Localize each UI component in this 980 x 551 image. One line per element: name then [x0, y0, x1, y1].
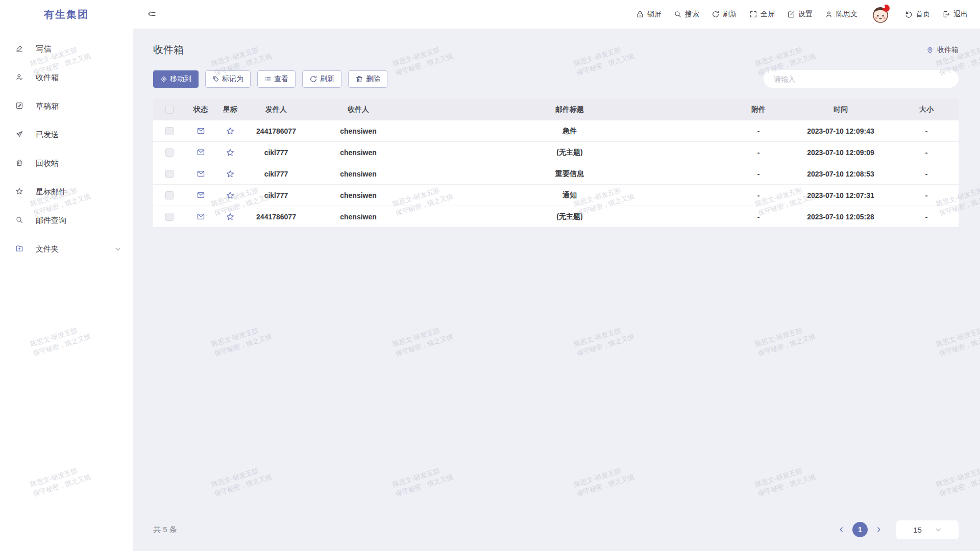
- total-count: 共 5 条: [153, 525, 177, 535]
- row-checkbox[interactable]: [165, 127, 174, 135]
- size-cell: -: [925, 191, 928, 199]
- table-row[interactable]: cikl777chensiwen通知-2023-07-10 12:07:31-: [153, 185, 959, 206]
- mark-as-button[interactable]: 标记为: [205, 70, 251, 88]
- page-title: 收件箱: [153, 43, 184, 57]
- subject-cell[interactable]: 通知: [562, 191, 577, 200]
- sidebar-item-label: 已发送: [36, 130, 121, 140]
- search-input[interactable]: [764, 70, 959, 88]
- attachment-cell: -: [757, 191, 760, 199]
- header-select-all: [153, 106, 186, 114]
- time-cell: 2023-07-10 12:08:53: [807, 170, 874, 178]
- size-cell: -: [925, 213, 928, 221]
- sidebar-item-trash[interactable]: 回收站: [0, 149, 133, 178]
- button-label: 删除: [366, 74, 380, 84]
- column-header: 收件人: [307, 105, 409, 114]
- subject-cell[interactable]: (无主题): [556, 148, 582, 157]
- select-all-checkbox[interactable]: [165, 106, 174, 114]
- prev-page-icon[interactable]: [836, 524, 847, 535]
- toolbar: 移动到标记为查看刷新删除: [153, 70, 959, 88]
- topbar-search-item[interactable]: 搜索: [674, 10, 699, 19]
- sidebar-item-folder-plus[interactable]: 文件夹: [0, 235, 133, 263]
- main-content: 收件箱 收件箱 移动到标记为查看刷新删除 状态星标发件人收件人邮件标题附件时间大…: [133, 29, 980, 551]
- sidebar-item-inbox-user[interactable]: 收件箱: [0, 63, 133, 92]
- column-header: 发件人: [245, 105, 307, 114]
- sender-cell: 2441786077: [256, 127, 296, 135]
- next-page-icon[interactable]: [873, 524, 884, 535]
- refresh-button[interactable]: 刷新: [302, 70, 341, 88]
- topbar-undo-item[interactable]: 首页: [904, 10, 930, 19]
- topbar-user-item[interactable]: 陈思文: [825, 10, 857, 19]
- page-size-select[interactable]: 15: [896, 520, 959, 539]
- button-label: 标记为: [222, 74, 243, 84]
- table-row[interactable]: 2441786077chensiwen急件-2023-07-10 12:09:4…: [153, 120, 959, 142]
- attachment-cell: -: [757, 127, 760, 135]
- sidebar-item-label: 草稿箱: [36, 102, 121, 111]
- time-cell: 2023-07-10 12:07:31: [807, 191, 874, 199]
- size-cell: -: [925, 127, 928, 135]
- view-button[interactable]: 查看: [257, 70, 296, 88]
- star-toggle-icon[interactable]: [226, 191, 235, 200]
- mail-status-icon[interactable]: [197, 169, 205, 178]
- sender-cell: cikl777: [264, 170, 288, 178]
- trash-icon: [15, 159, 24, 168]
- table-row[interactable]: 2441786077chensiwen(无主题)-2023-07-10 12:0…: [153, 206, 959, 228]
- topbar-refresh-item[interactable]: 刷新: [712, 10, 737, 19]
- topbar-actions: 锁屏搜索刷新全屏设置陈思文首页退出: [636, 2, 980, 27]
- star-toggle-icon[interactable]: [226, 148, 235, 157]
- sidebar-item-send[interactable]: 已发送: [0, 120, 133, 149]
- list-icon: [264, 76, 272, 83]
- table-row[interactable]: cikl777chensiwen(无主题)-2023-07-10 12:09:0…: [153, 142, 959, 163]
- subject-cell[interactable]: 急件: [562, 127, 577, 136]
- topbar-lock-item[interactable]: 锁屏: [636, 10, 662, 19]
- sidebar-item-search[interactable]: 邮件查询: [0, 206, 133, 235]
- move-to-button[interactable]: 移动到: [153, 70, 199, 88]
- time-cell: 2023-07-10 12:09:43: [807, 127, 874, 135]
- recipient-cell: chensiwen: [340, 170, 377, 178]
- mail-status-icon[interactable]: [197, 148, 205, 157]
- table-row[interactable]: cikl777chensiwen重要信息-2023-07-10 12:08:53…: [153, 163, 959, 185]
- edit-square-icon: [787, 10, 795, 18]
- row-checkbox[interactable]: [165, 170, 174, 178]
- topbar-item-label: 陈思文: [836, 10, 857, 19]
- attachment-cell: -: [757, 148, 760, 157]
- row-checkbox[interactable]: [165, 148, 174, 157]
- sidebar-item-label: 回收站: [36, 159, 121, 168]
- sidebar-collapse-icon[interactable]: [147, 10, 156, 19]
- topbar-fullscreen-item[interactable]: 全屏: [749, 10, 775, 19]
- mail-status-icon[interactable]: [197, 212, 205, 221]
- recipient-cell: chensiwen: [340, 213, 377, 221]
- user-avatar[interactable]: [870, 2, 892, 27]
- pencil-icon: [15, 44, 24, 54]
- mail-status-icon[interactable]: [197, 127, 205, 135]
- star-toggle-icon[interactable]: [226, 169, 235, 179]
- sidebar-item-draft[interactable]: 草稿箱: [0, 92, 133, 120]
- recipient-cell: chensiwen: [340, 148, 377, 157]
- fullscreen-icon: [749, 10, 757, 18]
- draft-icon: [15, 102, 24, 111]
- undo-icon: [904, 10, 913, 18]
- size-cell: -: [925, 170, 928, 178]
- sidebar-item-pencil[interactable]: 写信: [0, 35, 133, 63]
- sidebar-item-star[interactable]: 星标邮件: [0, 178, 133, 206]
- topbar-logout-item[interactable]: 退出: [942, 10, 968, 19]
- row-checkbox[interactable]: [165, 213, 174, 221]
- row-checkbox[interactable]: [165, 191, 174, 199]
- topbar-item-label: 刷新: [723, 10, 737, 19]
- sidebar-item-label: 邮件查询: [36, 216, 121, 226]
- star-toggle-icon[interactable]: [226, 127, 235, 136]
- subject-cell[interactable]: (无主题): [556, 212, 582, 221]
- topbar-edit-square-item[interactable]: 设置: [787, 10, 813, 19]
- column-header: 邮件标题: [409, 105, 730, 114]
- lock-icon: [636, 10, 644, 18]
- page-number[interactable]: 1: [852, 522, 868, 537]
- subject-cell[interactable]: 重要信息: [555, 169, 584, 179]
- delete-button[interactable]: 删除: [348, 70, 387, 88]
- topbar-item-label: 退出: [953, 10, 968, 19]
- refresh-icon: [309, 75, 317, 83]
- mail-status-icon[interactable]: [197, 191, 205, 199]
- breadcrumb-label: 收件箱: [937, 45, 959, 55]
- table-search: [764, 70, 959, 88]
- star-toggle-icon[interactable]: [226, 212, 235, 221]
- sidebar-item-label: 写信: [36, 44, 121, 54]
- chevron-down-icon: [114, 245, 121, 253]
